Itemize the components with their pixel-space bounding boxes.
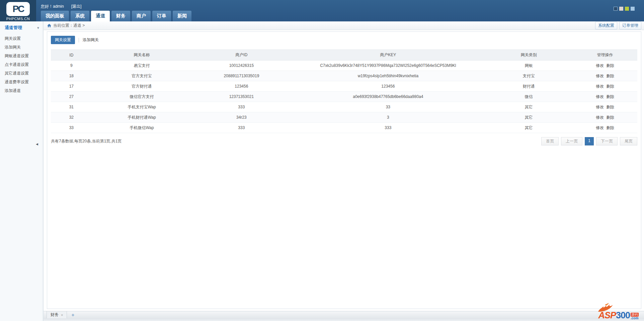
nav-tab-channel[interactable]: 通道 [91,11,110,21]
cell-merchant-id: 2088911713035019 [191,71,291,81]
shortcut-icon-1[interactable] [614,7,618,11]
cell-merchant-key: 33 [291,102,485,112]
bottom-strip [44,318,644,321]
row-actions: 修改 删除 [573,81,637,92]
delete-link[interactable]: 删除 [606,105,614,109]
delete-link[interactable]: 删除 [606,115,614,120]
cell-merchant-id: 10012426315 [191,61,291,71]
close-icon[interactable]: × [61,313,63,317]
pager-last[interactable]: 尾页 [620,137,637,145]
logout-link[interactable]: [退出] [71,4,82,9]
sidebar-section-channel-management[interactable]: 通道管理 ▼ [5,25,43,34]
cell-gateway-name: 手机微信Wap [92,123,192,133]
pager-next[interactable]: 下一页 [596,137,618,145]
cell-gateway-category: 其它 [485,123,573,133]
cell-id: 9 [51,61,92,71]
edit-link[interactable]: 修改 [596,105,604,109]
bottom-tab-finance[interactable]: 财务 × [47,311,67,318]
gateway-table: ID网关名称商户ID商户KEY网关类别管理操作 9易宝支付10012426315… [51,49,637,133]
nav-tab-system[interactable]: 系统 [71,11,89,21]
cell-gateway-category: 其它 [485,112,573,123]
nav-tab-merchant[interactable]: 商户 [132,11,151,21]
shortcut-icon-3[interactable] [625,7,629,11]
shortcut-icon-2[interactable] [619,7,623,11]
sidebar: 通道管理 ▼ 网关设置添加网关网银通道设置点卡通道设置其它通道设置通道费率设置添… [0,21,44,321]
gateway-row: 31手机支付宝Wap33333其它修改 删除 [51,102,637,112]
edit-link[interactable]: 修改 [596,74,604,78]
sidebar-section-title: 通道管理 [5,25,22,31]
main-nav: 我的面板系统通道财务商户订单新闻 [41,11,193,21]
cell-merchant-id: 123456 [191,81,291,92]
nav-tab-order[interactable]: 订单 [152,11,171,21]
gateway-row: 18官方支付宝2088911713035019w19fzps4slp1eh5ti… [51,71,637,81]
header-main: 您好！admin [退出] 我的面板系统通道财务商户订单新闻 [36,0,644,21]
cell-gateway-category: 网银 [485,61,573,71]
cell-merchant-key: 333 [291,123,485,133]
sidebar-item-ebank-channel-settings[interactable]: 网银通道设置 [5,51,43,60]
column-header: 网关名称 [92,50,192,61]
sidebar-collapse-arrow[interactable]: ◀ [36,142,38,146]
cell-gateway-name: 手机支付宝Wap [92,102,192,112]
home-icon [47,23,52,28]
column-header: ID [51,50,92,61]
pagination: 首页 上一页 1 下一页 尾页 [541,137,637,145]
bottom-tab-label: 财务 [51,312,59,318]
edit-link[interactable]: 修改 [596,115,604,120]
column-header: 商户ID [191,50,291,61]
nav-tab-finance[interactable]: 财务 [111,11,130,21]
top-header: PC PHPCMS.CN 您好！admin [退出] 我的面板系统通道财务商户订… [0,0,644,21]
gateway-row: 9易宝支付10012426315C7xk2u839v6Kk3r748Y51Y99… [51,61,637,71]
gateway-row: 33手机微信Wap333333其它修改 删除 [51,123,637,133]
nav-tab-dashboard[interactable]: 我的面板 [41,11,69,21]
shortcut-icon-4[interactable] [631,7,635,11]
content-panel: 网关设置 添加网关 ID网关名称商户ID商户KEY网关类别管理操作 9易宝支付1… [47,31,641,309]
cell-id: 27 [51,92,92,102]
edit-link[interactable]: 修改 [596,94,604,99]
cell-id: 32 [51,112,92,123]
delete-link[interactable]: 删除 [606,125,614,130]
sidebar-item-add-channel[interactable]: 添加通道 [5,86,43,95]
system-config-button[interactable]: 系统配置 [595,22,617,29]
nav-tab-news[interactable]: 新闻 [173,11,191,21]
chevron-down-icon: ▼ [36,26,40,30]
column-header: 网关类别 [485,50,573,61]
cell-merchant-id: 34r23 [191,112,291,123]
tab-add-gateway[interactable]: 添加网关 [83,37,99,43]
user-greeting: 您好！admin [41,4,64,9]
breadcrumb: 当前位置：通道 > [53,23,85,28]
cell-gateway-name: 官方支付宝 [92,71,192,81]
delete-link[interactable]: 删除 [606,94,614,99]
cell-gateway-name: 手机财付通Wap [92,112,192,123]
order-manage-button[interactable]: 订单管理 [619,22,641,29]
add-tab-button[interactable]: + [67,311,79,318]
main-content: 网关设置 添加网关 ID网关名称商户ID商户KEY网关类别管理操作 9易宝支付1… [44,30,644,311]
edit-link[interactable]: 修改 [596,125,604,130]
sidebar-item-channel-rate-settings[interactable]: 通道费率设置 [5,78,43,86]
edit-link[interactable]: 修改 [596,84,604,89]
logo-domain: PHPCMS.CN [0,17,36,21]
cell-merchant-key: w19fzps4slp1eh5tihin49kvnixhetia [291,71,485,81]
delete-link[interactable]: 删除 [606,84,614,89]
sidebar-item-card-channel-settings[interactable]: 点卡通道设置 [5,60,43,69]
watermark-300: 300 [616,311,630,320]
toolbar-divider [79,38,79,42]
logo: PC PHPCMS.CN [0,0,36,21]
asp300-watermark: ASP300 源码 .com [598,311,639,320]
cell-merchant-id: 333 [191,102,291,112]
sidebar-item-gateway-settings[interactable]: 网关设置 [5,34,43,43]
pager-first[interactable]: 首页 [541,137,559,145]
cell-gateway-name: 官方财付通 [92,81,192,92]
delete-link[interactable]: 删除 [606,63,614,68]
edit-link[interactable]: 修改 [596,63,604,68]
sidebar-item-add-gateway[interactable]: 添加网关 [5,43,43,51]
cell-id: 31 [51,102,92,112]
tab-gateway-settings[interactable]: 网关设置 [51,36,75,44]
sidebar-item-other-channel-settings[interactable]: 其它通道设置 [5,69,43,78]
delete-link[interactable]: 删除 [606,74,614,78]
bottom-tab-bar: 财务 × + [44,311,644,318]
sidebar-menu: 网关设置添加网关网银通道设置点卡通道设置其它通道设置通道费率设置添加通道 [5,34,43,95]
pager-prev[interactable]: 上一页 [561,137,582,145]
pager-page-1[interactable]: 1 [585,137,594,145]
cell-merchant-key: a0e693f2938b47765db6be66daa980a4 [291,92,485,102]
flame-icon [596,303,618,312]
